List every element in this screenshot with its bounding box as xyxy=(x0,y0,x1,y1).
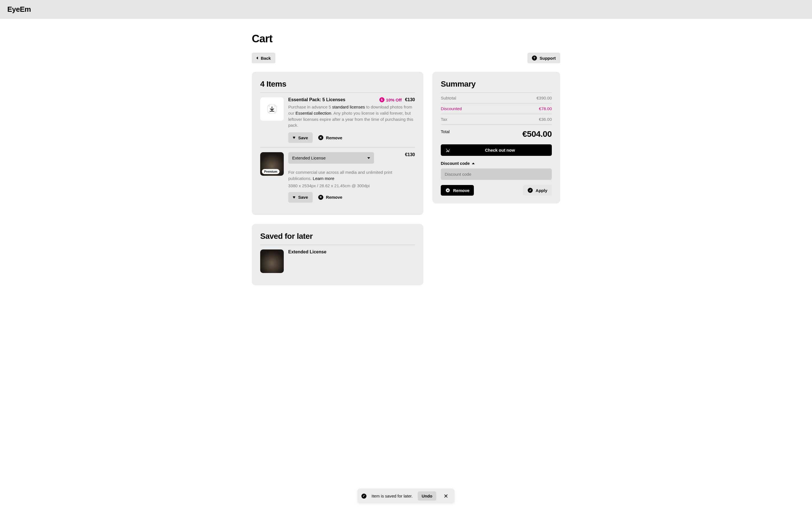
close-icon: ✕ xyxy=(318,135,323,140)
close-icon: ✕ xyxy=(318,195,323,200)
saved-item: Extended License xyxy=(260,245,415,277)
save-label: Save xyxy=(298,135,308,140)
discount-code-label: Discount code xyxy=(441,161,470,166)
item-dimensions: 3380 x 2534px / 28.62 x 21.45cm @ 300dpi xyxy=(288,183,415,188)
premium-badge: Premium xyxy=(262,169,279,174)
checkout-button[interactable]: Check out now xyxy=(441,144,552,156)
help-icon: ? xyxy=(532,56,537,61)
subtotal-value: €390.00 xyxy=(537,96,552,100)
saved-title: Saved for later xyxy=(260,232,415,241)
actions-row: Back ? Support xyxy=(252,53,560,63)
heart-icon: ♥ xyxy=(293,195,296,200)
item-price: €130 xyxy=(405,152,415,157)
svg-point-4 xyxy=(274,111,276,113)
apply-discount-button[interactable]: ✓ Apply xyxy=(523,185,552,196)
discount-label: 10% Off xyxy=(386,98,402,102)
item-description: Purchase in advance 5 standard licenses … xyxy=(288,104,415,128)
remove-label: Remove xyxy=(326,135,342,140)
back-button[interactable]: Back xyxy=(252,53,275,63)
total-label: Total xyxy=(441,129,450,139)
saved-item-title: Extended License xyxy=(288,249,415,254)
back-label: Back xyxy=(261,56,271,61)
save-label: Save xyxy=(298,195,308,200)
cart-title: 4 Items xyxy=(260,79,415,89)
item-description: For commercial use across all media and … xyxy=(288,169,415,182)
svg-point-1 xyxy=(269,105,270,107)
item-title: Essential Pack: 5 Licenses xyxy=(288,97,345,102)
discount-tag: $ 10% Off xyxy=(379,97,402,102)
support-button[interactable]: ? Support xyxy=(528,53,561,63)
learn-more-link[interactable]: Learn more xyxy=(313,176,335,181)
item-thumbnail[interactable] xyxy=(260,97,284,121)
remove-button[interactable]: ✕ Remove xyxy=(315,132,346,143)
license-select[interactable]: Extended License xyxy=(288,152,374,164)
subtotal-label: Subtotal xyxy=(441,96,456,100)
cart-item: Essential Pack: 5 Licenses $ 10% Off €13… xyxy=(260,93,415,147)
cart-item: Premium Extended License €130 For commer… xyxy=(260,148,415,207)
remove-label: Remove xyxy=(326,195,342,200)
chevron-up-icon xyxy=(472,163,475,164)
total-value: €504.00 xyxy=(522,129,552,139)
logo[interactable]: EyeEm xyxy=(7,5,805,14)
dollar-icon: $ xyxy=(379,97,384,102)
discounted-label: Discounted xyxy=(441,106,462,111)
apply-label: Apply xyxy=(536,188,547,193)
item-thumbnail[interactable] xyxy=(260,249,284,273)
cart-card: 4 Items xyxy=(252,72,424,215)
save-button[interactable]: ♥ Save xyxy=(288,132,313,143)
summary-subtotal-row: Subtotal €390.00 xyxy=(441,93,552,103)
check-icon: ✓ xyxy=(528,188,533,193)
svg-point-3 xyxy=(269,111,270,113)
page-title: Cart xyxy=(252,33,560,45)
discount-code-input[interactable] xyxy=(441,168,552,180)
summary-discounted-row: Discounted €78.00 xyxy=(441,103,552,114)
saved-card: Saved for later Extended License xyxy=(252,224,424,285)
summary-total-row: Total €504.00 xyxy=(441,125,552,144)
cart-icon xyxy=(445,148,450,152)
download-icon xyxy=(260,97,284,121)
header-bar: EyeEm xyxy=(0,0,812,19)
license-label: Extended License xyxy=(292,156,326,160)
summary-tax-row: Tax €36.00 xyxy=(441,114,552,125)
remove-discount-button[interactable]: ✕ Remove xyxy=(441,185,474,196)
checkout-label: Check out now xyxy=(452,148,547,152)
tax-value: €36.00 xyxy=(539,117,552,122)
discount-code-toggle[interactable]: Discount code xyxy=(441,161,552,166)
save-button[interactable]: ♥ Save xyxy=(288,192,313,203)
svg-point-2 xyxy=(274,105,276,107)
summary-card: Summary Subtotal €390.00 Discounted €78.… xyxy=(432,72,560,203)
tax-label: Tax xyxy=(441,117,447,122)
remove-button[interactable]: ✕ Remove xyxy=(315,192,346,203)
support-label: Support xyxy=(540,56,556,61)
item-thumbnail[interactable]: Premium xyxy=(260,152,284,176)
chevron-left-icon xyxy=(256,57,258,60)
chevron-down-icon xyxy=(367,157,370,159)
summary-title: Summary xyxy=(441,79,552,89)
discounted-value: €78.00 xyxy=(539,106,552,111)
heart-icon: ♥ xyxy=(293,135,296,140)
close-icon: ✕ xyxy=(445,188,450,193)
remove-label: Remove xyxy=(453,188,469,193)
item-price: €130 xyxy=(405,97,415,102)
